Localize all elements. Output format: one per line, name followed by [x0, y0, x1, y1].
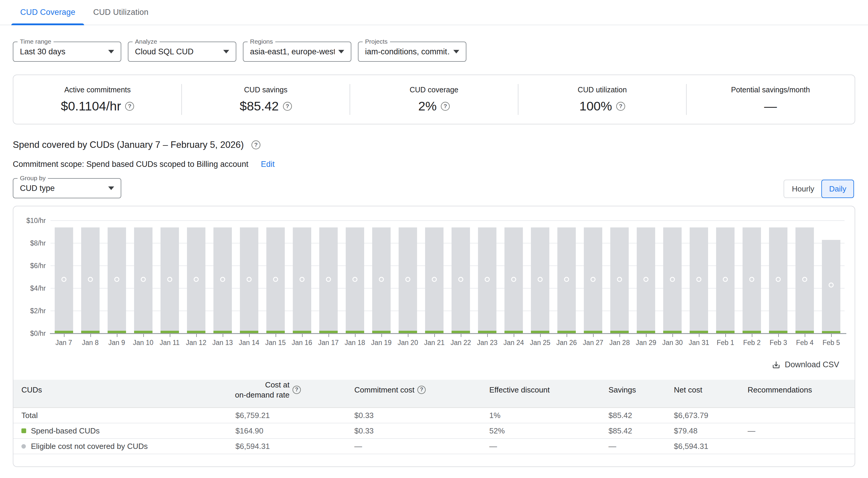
- chart-bar[interactable]: [796, 228, 814, 333]
- chart-bar[interactable]: [531, 228, 549, 333]
- page-title: Spend covered by CUDs (January 7 – Febru…: [13, 140, 244, 150]
- stat-label: CUD savings: [244, 86, 287, 94]
- x-axis-label: Jan 9: [108, 339, 125, 347]
- chart-bar[interactable]: [399, 228, 417, 333]
- axis-tick: [646, 334, 647, 337]
- chevron-down-icon: [338, 50, 344, 54]
- axis-tick: [355, 334, 355, 337]
- download-csv-button[interactable]: Download CSV: [772, 360, 839, 369]
- download-icon: [772, 361, 781, 369]
- x-axis-label: Jan 21: [424, 339, 444, 347]
- table-cell: —: [603, 442, 665, 451]
- group-by-select[interactable]: Group by CUD type: [13, 178, 121, 198]
- help-icon[interactable]: ?: [417, 386, 426, 394]
- chart-bar[interactable]: [240, 228, 258, 333]
- chart-bar[interactable]: [557, 228, 576, 333]
- chart-bar[interactable]: [107, 228, 126, 333]
- filter-row: Time range Last 30 days Analyze Cloud SQ…: [13, 41, 466, 62]
- chart-bar[interactable]: [187, 228, 206, 333]
- chart-bar[interactable]: [478, 228, 496, 333]
- help-icon[interactable]: ?: [441, 102, 450, 111]
- axis-tick: [90, 334, 91, 337]
- x-axis-label: Jan 16: [291, 339, 312, 347]
- edit-scope-link[interactable]: Edit: [261, 160, 275, 169]
- table-header-label: Commitment cost: [354, 385, 414, 395]
- chart-slot: Jan 28: [607, 220, 633, 333]
- ring-marker: [193, 277, 198, 282]
- chart-bar[interactable]: [452, 228, 470, 333]
- chart-bar[interactable]: [504, 228, 523, 333]
- x-axis-label: Jan 8: [82, 339, 98, 347]
- chart-slot: Jan 19: [368, 220, 395, 333]
- tab-cud-coverage[interactable]: CUD Coverage: [11, 0, 84, 25]
- help-icon[interactable]: ?: [292, 386, 301, 394]
- time-range-label: Time range: [18, 38, 54, 45]
- chart-bar[interactable]: [822, 240, 840, 333]
- x-axis-label: Jan 10: [133, 339, 153, 347]
- axis-tick: [699, 334, 700, 337]
- axis-tick: [381, 334, 382, 337]
- chart-bar[interactable]: [55, 228, 73, 333]
- ring-marker: [114, 277, 119, 282]
- regions-value: asia-east1, europe-west…: [250, 47, 335, 57]
- chart-bar[interactable]: [769, 228, 787, 333]
- y-axis-label: $4/hr: [9, 284, 46, 293]
- chart-bar[interactable]: [610, 228, 629, 333]
- ring-marker: [246, 277, 251, 282]
- help-icon[interactable]: ?: [125, 102, 134, 111]
- axis-tick: [329, 334, 329, 337]
- tab-cud-utilization[interactable]: CUD Utilization: [84, 0, 157, 25]
- ring-marker: [538, 277, 543, 282]
- chart-slot: Feb 5: [818, 220, 844, 333]
- chart-bar[interactable]: [319, 228, 338, 333]
- ring-marker: [167, 277, 172, 282]
- help-icon[interactable]: ?: [283, 102, 292, 111]
- chart-bar[interactable]: [160, 228, 179, 333]
- hourly-toggle-button[interactable]: Hourly: [784, 180, 822, 198]
- chart-bar[interactable]: [663, 228, 682, 333]
- help-icon[interactable]: ?: [616, 102, 625, 111]
- axis-tick: [196, 334, 197, 337]
- chart-bar[interactable]: [584, 228, 602, 333]
- row-name: Eligible cost not covered by CUDs: [31, 442, 148, 451]
- time-range-select[interactable]: Time range Last 30 days: [13, 41, 121, 62]
- projects-select[interactable]: Projects iam-conditions, commit…: [358, 41, 466, 62]
- chart-bar[interactable]: [346, 228, 364, 333]
- x-axis-label: Jan 7: [55, 339, 72, 347]
- chart-bar[interactable]: [293, 228, 311, 333]
- y-axis-label: $0/hr: [9, 330, 46, 338]
- chart-bar[interactable]: [743, 228, 761, 333]
- x-axis-label: Feb 5: [823, 339, 840, 347]
- daily-toggle-button[interactable]: Daily: [821, 180, 854, 198]
- chart-bar[interactable]: [266, 228, 285, 333]
- table-cell: —: [740, 426, 855, 436]
- chart-slot: Jan 26: [554, 220, 580, 333]
- axis-tick: [302, 334, 303, 337]
- stat-cud-coverage: CUD coverage 2% ?: [350, 75, 518, 124]
- chart-slot: Feb 1: [712, 220, 739, 333]
- x-axis-label: Jan 31: [689, 339, 709, 347]
- axis-tick: [831, 334, 832, 337]
- table-cell-name: Eligible cost not covered by CUDs: [13, 442, 219, 451]
- chart-bar[interactable]: [372, 228, 391, 333]
- table-header-label: CUDs: [22, 385, 42, 395]
- regions-select[interactable]: Regions asia-east1, europe-west…: [243, 41, 351, 62]
- x-axis-label: Feb 2: [743, 339, 761, 347]
- chart-bar[interactable]: [690, 228, 708, 333]
- axis-tick: [143, 334, 144, 337]
- table-header-row: CUDsCost at on-demand rate?Commitment co…: [13, 380, 855, 408]
- chart-bar[interactable]: [134, 228, 153, 333]
- stat-potential-savings: Potential savings/month —: [686, 75, 855, 124]
- table-header-cell: Effective discount: [481, 385, 603, 395]
- chart-bar[interactable]: [425, 228, 443, 333]
- help-icon[interactable]: ?: [251, 140, 260, 149]
- axis-tick: [487, 334, 488, 337]
- chart-bar[interactable]: [637, 228, 655, 333]
- x-axis-label: Jan 23: [477, 339, 497, 347]
- chart-slot: Feb 4: [792, 220, 818, 333]
- chart-bar[interactable]: [81, 228, 100, 333]
- analyze-select[interactable]: Analyze Cloud SQL CUD: [128, 41, 236, 62]
- chart-bar[interactable]: [213, 228, 232, 333]
- chart-bar[interactable]: [716, 228, 735, 333]
- stat-label: Potential savings/month: [731, 86, 810, 94]
